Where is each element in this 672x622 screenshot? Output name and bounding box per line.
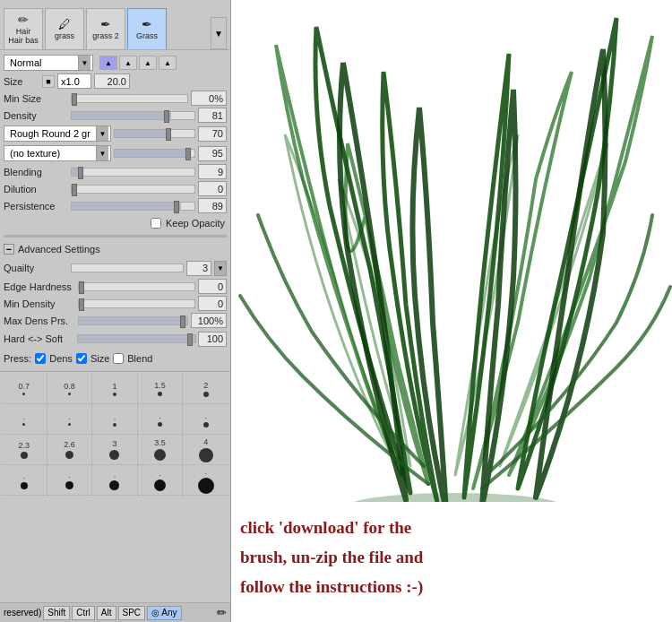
persistence-fill <box>72 203 181 210</box>
shift-btn[interactable]: Shift <box>43 606 70 620</box>
brush-size-cell[interactable]: . <box>138 465 184 496</box>
blend-mode-dropdown[interactable]: Normal ▼ <box>4 55 93 71</box>
brush-size-cell[interactable]: 2.3 <box>2 435 47 465</box>
brush-size-label: 1 <box>112 382 116 391</box>
hard-soft-slider[interactable] <box>77 334 196 343</box>
grass-big-icon: ✒ <box>142 17 152 31</box>
press-blend-checkbox[interactable] <box>113 353 124 364</box>
dilution-thumb[interactable] <box>72 184 77 196</box>
tab-scroll-arrow[interactable]: ▼ <box>211 17 227 49</box>
brush-size-label: . <box>23 412 26 421</box>
texture-slider[interactable] <box>114 149 195 158</box>
left-panel: ✏ HairHair bas 🖊 grass ✒ grass 2 ✒ Grass… <box>0 0 231 622</box>
advanced-collapse-btn[interactable]: − <box>4 244 14 255</box>
density-label: Density <box>4 110 68 121</box>
tab-grass-big[interactable]: ✒ Grass <box>127 8 167 49</box>
brush-size-cell[interactable]: . <box>92 404 138 435</box>
brush-size-cell[interactable]: 3 <box>92 435 138 465</box>
tab-hair[interactable]: ✏ HairHair bas <box>4 8 43 49</box>
brush-size-cell[interactable]: 2 <box>183 374 228 404</box>
min-size-value[interactable]: 0% <box>191 91 227 106</box>
brush-size-dot <box>158 392 162 396</box>
hard-soft-value[interactable]: 100 <box>198 332 227 347</box>
brush-size-dot <box>21 452 28 459</box>
blending-thumb[interactable] <box>78 167 83 179</box>
brush-size-cell[interactable]: 1 <box>92 374 138 404</box>
min-density-value[interactable]: 0 <box>198 296 227 311</box>
brush-size-cell[interactable]: . <box>183 465 228 496</box>
hard-soft-row: Hard <-> Soft 100 <box>4 330 227 348</box>
max-dens-prs-slider[interactable] <box>78 316 188 325</box>
grass2-brush-icon: ✒ <box>100 17 111 31</box>
brush-size-cell[interactable]: 0.8 <box>47 374 93 404</box>
press-dens-checkbox[interactable] <box>35 353 46 364</box>
texture-thumb[interactable] <box>185 148 191 160</box>
persistence-slider[interactable] <box>71 202 195 211</box>
min-density-slider[interactable] <box>78 299 195 308</box>
edge-hardness-slider[interactable] <box>78 282 195 291</box>
density-value[interactable]: 81 <box>198 108 227 123</box>
max-dens-prs-thumb[interactable] <box>180 315 185 328</box>
brush-size-cell[interactable]: 3.5 <box>138 435 184 465</box>
shape-btn-2[interactable]: ▲ <box>119 56 137 70</box>
min-size-slider[interactable] <box>71 94 188 103</box>
brush-size-cell[interactable]: . <box>47 404 93 435</box>
advanced-settings-label: Advanced Settings <box>18 244 100 255</box>
brush-size-cell[interactable]: . <box>47 465 93 496</box>
blending-value[interactable]: 9 <box>198 164 227 179</box>
texture-row: (no texture) ▼ 95 <box>4 144 227 162</box>
brush-shape-label: Rough Round 2 gr <box>6 128 96 139</box>
texture-dropdown[interactable]: (no texture) ▼ <box>4 145 111 161</box>
texture-arrow: ▼ <box>96 146 108 160</box>
any-btn[interactable]: ◎ Any <box>147 606 181 620</box>
brush-size-cell[interactable]: . <box>92 465 138 496</box>
brush-shape-thumb[interactable] <box>166 128 171 141</box>
brush-shape-slider[interactable] <box>114 129 195 138</box>
quality-slider[interactable] <box>71 263 184 272</box>
keep-opacity-checkbox[interactable] <box>151 218 161 229</box>
tab-grass[interactable]: 🖊 grass <box>45 8 84 49</box>
advanced-settings-header[interactable]: − Advanced Settings <box>4 241 227 257</box>
pencil-icon[interactable]: ✏ <box>217 606 227 619</box>
brush-size-cell[interactable]: 2.6 <box>47 435 93 465</box>
brush-size-cell[interactable]: . <box>2 404 47 435</box>
brush-shape-arrow: ▼ <box>96 126 108 141</box>
edge-hardness-value[interactable]: 0 <box>198 279 227 294</box>
min-size-thumb[interactable] <box>72 93 77 106</box>
press-size-checkbox[interactable] <box>76 353 87 364</box>
brush-shape-dropdown[interactable]: Rough Round 2 gr ▼ <box>4 125 111 142</box>
size-value[interactable]: 20.0 <box>94 73 130 89</box>
ctrl-btn[interactable]: Ctrl <box>72 606 95 620</box>
density-slider[interactable] <box>71 111 195 120</box>
min-density-thumb[interactable] <box>79 298 84 311</box>
brush-size-cell[interactable]: . <box>183 404 228 435</box>
brush-size-cell[interactable]: 1.5 <box>138 374 184 404</box>
density-thumb[interactable] <box>164 110 169 123</box>
spc-btn[interactable]: SPC <box>118 606 146 620</box>
shape-btn-1[interactable]: ▲ <box>99 56 117 70</box>
min-density-label: Min Density <box>4 298 75 309</box>
size-lock-btn[interactable]: ■ <box>42 75 55 88</box>
size-multiplier[interactable]: x1.0 <box>57 73 91 89</box>
dilution-value[interactable]: 0 <box>198 181 227 196</box>
max-dens-prs-value[interactable]: 100% <box>191 313 227 328</box>
brush-size-cell[interactable]: 0.7 <box>2 374 47 404</box>
blending-slider[interactable] <box>71 168 195 177</box>
hard-soft-thumb[interactable] <box>187 333 193 346</box>
tab-grass2[interactable]: ✒ grass 2 <box>86 8 125 49</box>
edge-hardness-thumb[interactable] <box>79 281 84 294</box>
brush-size-cell[interactable]: . <box>138 404 184 435</box>
dilution-slider[interactable] <box>71 185 195 194</box>
quality-value[interactable]: 3 <box>186 261 211 276</box>
alt-btn[interactable]: Alt <box>97 606 116 620</box>
brush-size-cell[interactable]: 4 <box>183 435 228 465</box>
shape-btn-4[interactable]: ▲ <box>159 56 177 70</box>
brush-shape-value[interactable]: 70 <box>198 126 227 142</box>
brush-size-dot <box>113 393 116 396</box>
quality-dropdown-arrow[interactable]: ▼ <box>214 261 227 276</box>
shape-btn-3[interactable]: ▲ <box>139 56 157 70</box>
brush-size-cell[interactable]: . <box>2 465 47 496</box>
persistence-value[interactable]: 89 <box>198 198 227 213</box>
brush-size-label: . <box>114 412 116 421</box>
persistence-thumb[interactable] <box>174 201 179 213</box>
